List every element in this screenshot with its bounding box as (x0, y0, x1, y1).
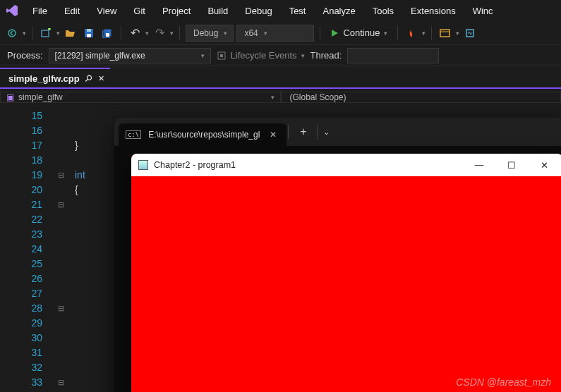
separator (121, 26, 121, 40)
separator (179, 26, 180, 40)
terminal-tab-title: E:\usr\source\repos\simple_gl (148, 130, 260, 140)
pin-icon[interactable]: ⚲ (83, 72, 95, 85)
menu-tools[interactable]: Tools (364, 1, 402, 20)
thread-dropdown[interactable] (347, 48, 439, 63)
save-all-button[interactable] (99, 25, 115, 42)
browser-button[interactable] (438, 25, 453, 42)
member-scope-dropdown[interactable]: (Global Scope) (281, 92, 562, 103)
svg-rect-4 (87, 29, 91, 32)
configuration-dropdown[interactable]: Debug▾ (186, 25, 234, 42)
menu-edit[interactable]: Edit (56, 1, 88, 20)
separator (320, 26, 320, 40)
separator (397, 26, 398, 40)
menu-build[interactable]: Build (199, 1, 236, 20)
chevron-down-icon[interactable]: ▾ (56, 30, 60, 37)
document-tab[interactable]: simple_glfw.cpp ⚲ ✕ (0, 68, 110, 87)
svg-rect-8 (440, 30, 450, 37)
minimize-button[interactable]: — (463, 154, 495, 176)
svg-rect-3 (87, 34, 91, 37)
save-button[interactable] (81, 25, 97, 42)
svg-rect-1 (42, 30, 49, 37)
svg-rect-12 (220, 54, 223, 57)
menu-git[interactable]: Git (125, 1, 154, 20)
maximize-button[interactable]: ☐ (495, 154, 528, 176)
close-button[interactable]: ✕ (528, 154, 560, 176)
nav-back-button[interactable] (4, 25, 20, 42)
process-label: Process: (7, 50, 43, 61)
project-name: simple_glfw (18, 92, 63, 102)
terminal-add-tab[interactable]: + (290, 125, 316, 138)
chevron-down-icon[interactable]: ▾ (145, 30, 149, 37)
thread-label: Thread: (310, 50, 342, 61)
new-item-button[interactable] (38, 25, 54, 42)
terminal-tab[interactable]: c:\ E:\usr\source\repos\simple_gl ✕ (119, 123, 286, 146)
svg-point-0 (8, 30, 16, 37)
undo-button[interactable]: ↶ (127, 25, 143, 42)
terminal-tab-bar: c:\ E:\usr\source\repos\simple_gl ✕ + ⌄ (114, 118, 561, 146)
chevron-down-icon[interactable]: ▾ (23, 30, 26, 37)
open-folder-button[interactable] (63, 25, 78, 42)
debug-process-bar: Process: [21292] simple_glfw.exe▾ Lifecy… (0, 45, 561, 66)
menu-view[interactable]: View (88, 1, 125, 20)
diagnostics-button[interactable] (462, 25, 478, 42)
main-toolbar: ▾ ▾ ↶ ▾ ↷ ▾ Debug▾ x64▾ Continue ▾ ▾ ▾ (0, 21, 561, 45)
configuration-label: Debug (193, 28, 218, 38)
lifecycle-events-button[interactable]: Lifecycle Events ▾ (217, 47, 305, 64)
menu-bar: File Edit View Git Project Build Debug T… (0, 0, 561, 21)
continue-button[interactable]: Continue ▾ (326, 25, 392, 42)
chevron-down-icon[interactable]: ▾ (170, 30, 174, 37)
menu-file[interactable]: File (24, 1, 56, 20)
redo-button[interactable]: ↷ (152, 25, 167, 42)
process-dropdown[interactable]: [21292] simple_glfw.exe▾ (49, 48, 211, 63)
menu-analyze[interactable]: Analyze (314, 1, 363, 20)
terminal-tab-menu[interactable]: ⌄ (318, 128, 335, 137)
menu-extensions[interactable]: Extensions (402, 1, 464, 20)
separator (431, 26, 432, 40)
app-canvas (131, 176, 561, 392)
project-icon: ▣ (6, 92, 14, 102)
menu-window[interactable]: Winc (464, 1, 502, 20)
document-tab-strip: simple_glfw.cpp ⚲ ✕ (0, 66, 561, 89)
terminal-tab-close[interactable]: ✕ (267, 130, 279, 140)
play-icon (330, 29, 339, 37)
vs-logo-icon (0, 4, 24, 18)
lifecycle-label: Lifecycle Events (231, 50, 297, 61)
platform-label: x64 (244, 28, 258, 38)
process-value: [21292] simple_glfw.exe (55, 51, 145, 61)
app-window[interactable]: Chapter2 - program1 — ☐ ✕ (131, 154, 561, 392)
keyword-int: int (75, 169, 85, 180)
hot-reload-button[interactable] (404, 25, 419, 42)
app-icon (138, 160, 148, 170)
tab-filename: simple_glfw.cpp (8, 73, 80, 84)
chevron-down-icon[interactable]: ▾ (422, 30, 426, 37)
menu-test[interactable]: Test (281, 1, 315, 20)
scope-bar: ▣ simple_glfw ▾ (Global Scope) (0, 89, 561, 106)
lifecycle-icon (217, 51, 227, 61)
app-title-bar[interactable]: Chapter2 - program1 — ☐ ✕ (131, 154, 561, 176)
watermark-text: CSDN @fareast_mzh (456, 376, 551, 388)
chevron-down-icon[interactable]: ▾ (456, 30, 459, 37)
project-scope-dropdown[interactable]: ▣ simple_glfw ▾ (0, 92, 281, 103)
menu-project[interactable]: Project (154, 1, 199, 20)
fold-gutter[interactable]: ⊟ ⊟ ⊟ ⊟ (58, 106, 72, 390)
app-window-title: Chapter2 - program1 (154, 160, 236, 170)
continue-label: Continue (343, 27, 380, 38)
svg-rect-7 (106, 33, 109, 37)
tab-close-button[interactable]: ✕ (98, 74, 104, 83)
separator (32, 26, 32, 40)
cmd-icon: c:\ (126, 130, 141, 139)
platform-dropdown[interactable]: x64▾ (236, 25, 314, 42)
menu-debug[interactable]: Debug (236, 1, 280, 20)
global-scope-label: (Global Scope) (290, 92, 346, 102)
line-number-gutter: 15161718192021222324252627282930313233 (0, 106, 55, 392)
